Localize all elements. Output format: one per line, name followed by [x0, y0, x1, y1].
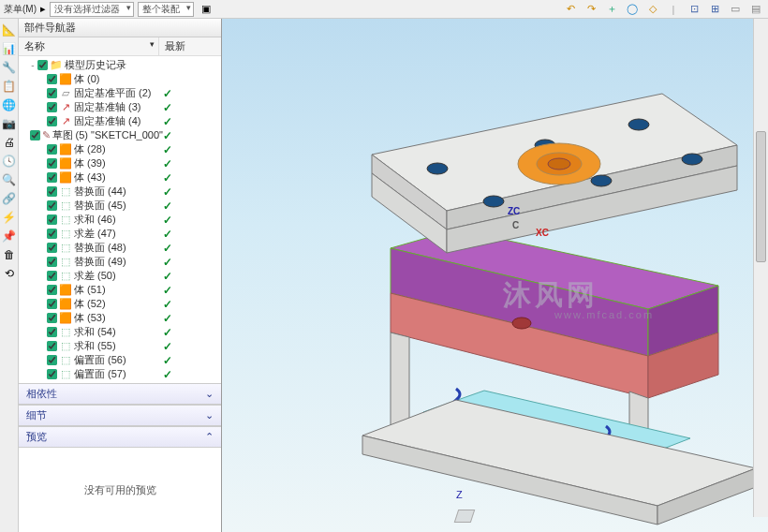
tree-scroll[interactable]: -📁模型历史记录🟧体 (0)▱固定基准平面 (2)✓↗固定基准轴 (3)✓↗固定… — [19, 56, 221, 383]
tree-checkbox[interactable] — [47, 186, 57, 197]
svg-point-6 — [483, 196, 504, 207]
tree-row[interactable]: 🟧体 (28)✓ — [19, 142, 221, 156]
tree-row[interactable]: ⬚求和 (54)✓ — [19, 325, 221, 339]
tree-row[interactable]: 🟧体 (0) — [19, 72, 221, 86]
rail-icon-5[interactable]: 📷 — [2, 116, 17, 131]
section-details[interactable]: 细节 ⌄ — [19, 405, 221, 426]
tree-item-label: 替换面 (48) — [74, 241, 126, 255]
tree-checkbox[interactable] — [37, 60, 48, 70]
tree-checkbox[interactable] — [47, 88, 57, 98]
rail-icon-1[interactable]: 📊 — [2, 41, 17, 56]
tree-checkbox[interactable] — [47, 102, 57, 112]
rail-icon-9[interactable]: 🔗 — [2, 191, 17, 206]
tree-row[interactable]: 🟧体 (52)✓ — [19, 297, 221, 311]
tree-row[interactable]: ⬚求和 (46)✓ — [19, 213, 221, 227]
tree-checkbox[interactable] — [47, 229, 57, 239]
tree-row[interactable]: 🟧体 (51)✓ — [19, 283, 221, 297]
section-dependency[interactable]: 相依性 ⌄ — [19, 383, 221, 405]
tree-checkbox[interactable] — [47, 243, 57, 253]
tree-checkbox[interactable] — [47, 313, 57, 323]
feat-icon: ⬚ — [59, 185, 72, 198]
rail-icon-10[interactable]: ⚡ — [2, 210, 17, 225]
rail-icon-2[interactable]: 🔧 — [2, 60, 17, 75]
rail-icon-0[interactable]: 📐 — [2, 22, 17, 37]
tree-row[interactable]: ↗固定基准轴 (3)✓ — [19, 100, 221, 114]
tree-latest-mark: ✓ — [163, 157, 217, 170]
tree-expander[interactable]: - — [28, 60, 37, 70]
preview-body: 没有可用的预览 — [19, 448, 221, 532]
tool-wire-icon[interactable]: ▤ — [747, 2, 764, 17]
tree-row[interactable]: ▱固定基准平面 (2)✓ — [19, 86, 221, 100]
tree-row[interactable]: ⬚替换面 (49)✓ — [19, 255, 221, 269]
rail-icon-6[interactable]: 🖨 — [2, 135, 17, 150]
rail-icon-3[interactable]: 📋 — [2, 79, 17, 94]
tree-checkbox[interactable] — [47, 369, 57, 379]
tree-item-label: 体 (51) — [74, 283, 106, 297]
tool-view-icon[interactable]: ⊞ — [706, 2, 723, 17]
tool-diamond-icon[interactable]: ◇ — [644, 2, 661, 17]
tree-row[interactable]: ✎草图 (5) "SKETCH_000"✓ — [19, 128, 221, 142]
rail-icon-13[interactable]: ⟲ — [2, 266, 17, 281]
tree-row[interactable]: ⬚求差 (47)✓ — [19, 227, 221, 241]
tree-item-label: 体 (53) — [74, 311, 106, 325]
col-name[interactable]: 名称 — [19, 37, 159, 55]
tree-checkbox[interactable] — [47, 158, 57, 169]
viewport-scrollbar[interactable] — [753, 19, 768, 517]
tree-item-label: 求和 (54) — [74, 325, 116, 339]
filter-dropdown[interactable]: 没有选择过滤器 — [50, 2, 134, 17]
tree-checkbox[interactable] — [47, 355, 57, 365]
tree-row[interactable]: 🟧体 (53)✓ — [19, 311, 221, 325]
rail-icon-12[interactable]: 🗑 — [2, 247, 17, 262]
tree-checkbox[interactable] — [47, 341, 57, 351]
feat-icon: ⬚ — [59, 256, 72, 268]
tree-checkbox[interactable] — [47, 200, 57, 211]
rail-icon-11[interactable]: 📌 — [2, 229, 17, 244]
rail-icon-4[interactable]: 🌐 — [2, 97, 17, 112]
tree-checkbox[interactable] — [47, 172, 57, 183]
tree-row[interactable]: ⬚求和 (55)✓ — [19, 339, 221, 353]
tree-latest-mark: ✓ — [163, 298, 217, 311]
tool-plus-icon[interactable]: ＋ — [603, 2, 620, 17]
tree-checkbox[interactable] — [47, 299, 57, 309]
3d-viewport[interactable]: ZC C XC 沐风网 www.mfcad.com Z — [222, 19, 768, 532]
tree-row[interactable]: ⬚替换面 (44)✓ — [19, 185, 221, 199]
scrollbar-thumb[interactable] — [756, 131, 766, 262]
rail-icon-8[interactable]: 🔍 — [2, 172, 17, 187]
tool-circle-icon[interactable]: ◯ — [624, 2, 641, 17]
tree-checkbox[interactable] — [47, 257, 57, 267]
tree-row[interactable]: 🟧体 (39)✓ — [19, 156, 221, 170]
tool-undo-icon[interactable]: ↶ — [562, 2, 579, 17]
tree-row[interactable]: ↗固定基准轴 (4)✓ — [19, 114, 221, 128]
tree-latest-mark: ✓ — [163, 242, 217, 255]
axis-icon: ↗ — [59, 101, 72, 113]
tree-row[interactable]: ⬚偏置面 (56)✓ — [19, 353, 221, 367]
tree-row[interactable]: ⬚求差 (50)✓ — [19, 269, 221, 283]
tree-checkbox[interactable] — [47, 214, 57, 225]
tree-row[interactable]: ⬚替换面 (48)✓ — [19, 241, 221, 255]
tool-box-icon[interactable]: ▭ — [727, 2, 744, 17]
tool-cube-icon[interactable]: ▣ — [198, 2, 214, 17]
rail-icon-7[interactable]: 🕓 — [2, 154, 17, 169]
scope-dropdown[interactable]: 整个装配 — [138, 2, 194, 17]
tree-checkbox[interactable] — [47, 285, 57, 295]
tree-root-row[interactable]: -📁模型历史记录 — [19, 58, 221, 72]
tree-item-label: 求和 (46) — [74, 213, 116, 227]
tree-checkbox[interactable] — [30, 130, 40, 140]
tool-redo-icon[interactable]: ↷ — [583, 2, 599, 17]
tool-measure-icon[interactable]: ⊡ — [686, 2, 702, 17]
menu-label[interactable]: 菜单(M) — [4, 3, 37, 16]
col-latest[interactable]: 最新 — [159, 37, 221, 55]
tree-row[interactable]: ⬚替换面 (45)✓ — [19, 199, 221, 213]
svg-point-7 — [591, 175, 612, 186]
tree-item-label: 求和 (55) — [74, 339, 116, 353]
tree-checkbox[interactable] — [47, 327, 57, 337]
feat-icon: ⬚ — [59, 326, 72, 338]
tree-row[interactable]: 🟧体 (43)✓ — [19, 170, 221, 185]
tree-item-label: 偏置面 (57) — [74, 367, 126, 381]
tree-row[interactable]: ⬚偏置面 (57)✓ — [19, 367, 221, 381]
tree-checkbox[interactable] — [47, 271, 57, 281]
section-preview[interactable]: 预览 ⌃ — [19, 426, 221, 448]
tree-checkbox[interactable] — [47, 74, 57, 84]
tree-checkbox[interactable] — [47, 144, 57, 155]
tree-checkbox[interactable] — [47, 116, 57, 126]
